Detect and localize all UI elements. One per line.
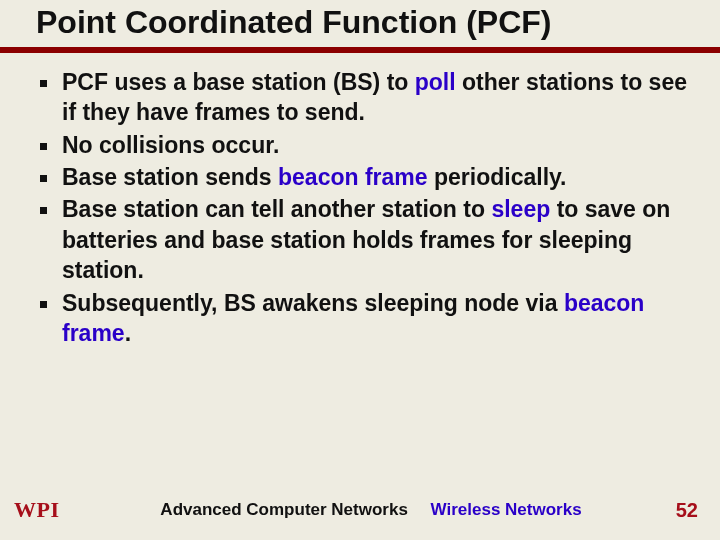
bullet-text-pre: PCF uses a base station (BS) to xyxy=(62,69,415,95)
list-item: PCF uses a base station (BS) to poll oth… xyxy=(34,67,688,128)
wpi-logo: WPI xyxy=(14,497,78,523)
list-item: No collisions occur. xyxy=(34,130,688,160)
footer-topic: Wireless Networks xyxy=(431,500,582,519)
bullet-text-post: . xyxy=(125,320,131,346)
footer-course: Advanced Computer Networks xyxy=(160,500,408,519)
bullet-text-pre: No collisions occur. xyxy=(62,132,279,158)
keyword: beacon frame xyxy=(278,164,428,190)
title-bar: Point Coordinated Function (PCF) xyxy=(0,0,720,53)
keyword: sleep xyxy=(491,196,550,222)
slide-title: Point Coordinated Function (PCF) xyxy=(36,4,696,41)
list-item: Base station can tell another station to… xyxy=(34,194,688,285)
keyword: poll xyxy=(415,69,456,95)
list-item: Subsequently, BS awakens sleeping node v… xyxy=(34,288,688,349)
list-item: Base station sends beacon frame periodic… xyxy=(34,162,688,192)
bullet-text-pre: Subsequently, BS awakens sleeping node v… xyxy=(62,290,564,316)
bullet-text-pre: Base station can tell another station to xyxy=(62,196,491,222)
footer-center: Advanced Computer Networks Wireless Netw… xyxy=(78,500,664,520)
slide-footer: WPI Advanced Computer Networks Wireless … xyxy=(0,490,720,530)
bullet-text-post: periodically. xyxy=(428,164,567,190)
slide-content: PCF uses a base station (BS) to poll oth… xyxy=(0,53,720,348)
bullet-text-pre: Base station sends xyxy=(62,164,278,190)
page-number: 52 xyxy=(664,499,720,522)
bullet-list: PCF uses a base station (BS) to poll oth… xyxy=(34,67,688,348)
logo-text: WPI xyxy=(14,497,60,523)
